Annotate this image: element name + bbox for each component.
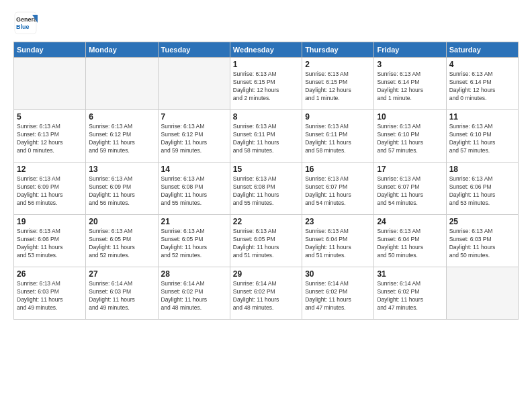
day-number: 2 (305, 60, 371, 69)
day-number: 11 (449, 112, 515, 122)
calendar-cell (446, 267, 518, 320)
calendar-cell: 4Sunrise: 6:13 AM Sunset: 6:14 PM Daylig… (446, 58, 518, 110)
day-info: Sunrise: 6:13 AM Sunset: 6:14 PM Dayligh… (377, 71, 443, 103)
calendar-cell: 30Sunrise: 6:14 AM Sunset: 6:02 PM Dayli… (302, 267, 374, 320)
calendar-cell: 3Sunrise: 6:13 AM Sunset: 6:14 PM Daylig… (374, 58, 446, 110)
calendar-cell: 17Sunrise: 6:13 AM Sunset: 6:07 PM Dayli… (374, 163, 446, 215)
calendar-cell: 18Sunrise: 6:13 AM Sunset: 6:06 PM Dayli… (446, 163, 518, 215)
day-info: Sunrise: 6:13 AM Sunset: 6:15 PM Dayligh… (305, 71, 371, 103)
calendar-cell: 14Sunrise: 6:13 AM Sunset: 6:08 PM Dayli… (158, 163, 230, 215)
weekday-header-wednesday: Wednesday (230, 42, 302, 58)
day-number: 26 (17, 269, 83, 279)
calendar-week-4: 19Sunrise: 6:13 AM Sunset: 6:06 PM Dayli… (14, 215, 519, 267)
day-info: Sunrise: 6:13 AM Sunset: 6:10 PM Dayligh… (449, 123, 515, 155)
day-info: Sunrise: 6:13 AM Sunset: 6:03 PM Dayligh… (17, 280, 83, 312)
calendar-cell (158, 58, 230, 110)
calendar-cell: 7Sunrise: 6:13 AM Sunset: 6:12 PM Daylig… (158, 110, 230, 163)
calendar-cell: 15Sunrise: 6:13 AM Sunset: 6:08 PM Dayli… (230, 163, 302, 215)
day-number: 19 (17, 217, 83, 226)
day-info: Sunrise: 6:13 AM Sunset: 6:09 PM Dayligh… (89, 175, 154, 208)
day-number: 8 (233, 112, 299, 122)
svg-text:Blue: Blue (16, 24, 30, 30)
weekday-header-monday: Monday (86, 42, 158, 58)
calendar-cell: 9Sunrise: 6:13 AM Sunset: 6:11 PM Daylig… (302, 110, 374, 163)
day-number: 6 (89, 112, 154, 122)
day-info: Sunrise: 6:13 AM Sunset: 6:09 PM Dayligh… (17, 175, 83, 208)
calendar-cell (86, 58, 158, 110)
calendar-week-3: 12Sunrise: 6:13 AM Sunset: 6:09 PM Dayli… (14, 163, 519, 215)
calendar-cell: 5Sunrise: 6:13 AM Sunset: 6:13 PM Daylig… (14, 110, 86, 163)
calendar-cell: 13Sunrise: 6:13 AM Sunset: 6:09 PM Dayli… (86, 163, 158, 215)
day-number: 20 (89, 217, 154, 226)
calendar-cell: 22Sunrise: 6:13 AM Sunset: 6:05 PM Dayli… (230, 215, 302, 267)
day-info: Sunrise: 6:13 AM Sunset: 6:06 PM Dayligh… (449, 175, 515, 208)
calendar-cell: 31Sunrise: 6:14 AM Sunset: 6:02 PM Dayli… (374, 267, 446, 320)
day-number: 15 (233, 165, 299, 174)
calendar-cell: 28Sunrise: 6:14 AM Sunset: 6:02 PM Dayli… (158, 267, 230, 320)
day-info: Sunrise: 6:14 AM Sunset: 6:02 PM Dayligh… (233, 280, 299, 312)
calendar-week-1: 1Sunrise: 6:13 AM Sunset: 6:15 PM Daylig… (14, 58, 519, 110)
day-number: 13 (89, 165, 154, 174)
calendar-table: SundayMondayTuesdayWednesdayThursdayFrid… (13, 42, 519, 320)
calendar-cell: 2Sunrise: 6:13 AM Sunset: 6:15 PM Daylig… (302, 58, 374, 110)
calendar-cell: 8Sunrise: 6:13 AM Sunset: 6:11 PM Daylig… (230, 110, 302, 163)
day-info: Sunrise: 6:13 AM Sunset: 6:04 PM Dayligh… (377, 228, 443, 260)
day-number: 12 (17, 165, 83, 174)
day-info: Sunrise: 6:13 AM Sunset: 6:08 PM Dayligh… (233, 175, 299, 208)
day-info: Sunrise: 6:13 AM Sunset: 6:12 PM Dayligh… (89, 123, 154, 155)
calendar-cell: 1Sunrise: 6:13 AM Sunset: 6:15 PM Daylig… (230, 58, 302, 110)
calendar-cell: 19Sunrise: 6:13 AM Sunset: 6:06 PM Dayli… (14, 215, 86, 267)
logo: General Blue (13, 11, 40, 35)
day-number: 30 (305, 269, 371, 279)
calendar-cell: 16Sunrise: 6:13 AM Sunset: 6:07 PM Dayli… (302, 163, 374, 215)
day-number: 27 (89, 269, 154, 279)
day-info: Sunrise: 6:13 AM Sunset: 6:14 PM Dayligh… (449, 71, 515, 103)
day-number: 18 (449, 165, 515, 174)
calendar-cell: 24Sunrise: 6:13 AM Sunset: 6:04 PM Dayli… (374, 215, 446, 267)
day-number: 4 (449, 60, 515, 69)
day-info: Sunrise: 6:13 AM Sunset: 6:08 PM Dayligh… (161, 175, 227, 208)
calendar-cell (14, 58, 86, 110)
day-info: Sunrise: 6:13 AM Sunset: 6:04 PM Dayligh… (305, 228, 371, 260)
weekday-header-saturday: Saturday (446, 42, 518, 58)
day-number: 5 (17, 112, 83, 122)
day-info: Sunrise: 6:14 AM Sunset: 6:03 PM Dayligh… (89, 280, 154, 312)
day-info: Sunrise: 6:13 AM Sunset: 6:07 PM Dayligh… (305, 175, 371, 208)
day-info: Sunrise: 6:14 AM Sunset: 6:02 PM Dayligh… (377, 280, 443, 312)
page-container: General Blue SundayMondayTuesdayWednesda… (0, 0, 532, 411)
day-number: 29 (233, 269, 299, 279)
day-info: Sunrise: 6:14 AM Sunset: 6:02 PM Dayligh… (305, 280, 371, 312)
calendar-cell: 29Sunrise: 6:14 AM Sunset: 6:02 PM Dayli… (230, 267, 302, 320)
day-number: 24 (377, 217, 443, 226)
day-number: 28 (161, 269, 227, 279)
logo-icon: General Blue (13, 11, 38, 35)
day-number: 22 (233, 217, 299, 226)
day-info: Sunrise: 6:14 AM Sunset: 6:02 PM Dayligh… (161, 280, 227, 312)
day-number: 9 (305, 112, 371, 122)
weekday-header-friday: Friday (374, 42, 446, 58)
day-info: Sunrise: 6:13 AM Sunset: 6:03 PM Dayligh… (449, 228, 515, 260)
calendar-cell: 10Sunrise: 6:13 AM Sunset: 6:10 PM Dayli… (374, 110, 446, 163)
calendar-cell: 23Sunrise: 6:13 AM Sunset: 6:04 PM Dayli… (302, 215, 374, 267)
day-info: Sunrise: 6:13 AM Sunset: 6:11 PM Dayligh… (305, 123, 371, 155)
weekday-header-row: SundayMondayTuesdayWednesdayThursdayFrid… (14, 42, 519, 58)
day-number: 31 (377, 269, 443, 279)
day-info: Sunrise: 6:13 AM Sunset: 6:05 PM Dayligh… (233, 228, 299, 260)
day-number: 25 (449, 217, 515, 226)
day-info: Sunrise: 6:13 AM Sunset: 6:11 PM Dayligh… (233, 123, 299, 155)
day-info: Sunrise: 6:13 AM Sunset: 6:06 PM Dayligh… (17, 228, 83, 260)
calendar-week-5: 26Sunrise: 6:13 AM Sunset: 6:03 PM Dayli… (14, 267, 519, 320)
weekday-header-thursday: Thursday (302, 42, 374, 58)
day-number: 21 (161, 217, 227, 226)
day-number: 14 (161, 165, 227, 174)
day-number: 7 (161, 112, 227, 122)
weekday-header-sunday: Sunday (14, 42, 86, 58)
calendar-week-2: 5Sunrise: 6:13 AM Sunset: 6:13 PM Daylig… (14, 110, 519, 163)
day-number: 10 (377, 112, 443, 122)
weekday-header-tuesday: Tuesday (158, 42, 230, 58)
page-header: General Blue (13, 11, 519, 35)
day-info: Sunrise: 6:13 AM Sunset: 6:12 PM Dayligh… (161, 123, 227, 155)
day-number: 17 (377, 165, 443, 174)
calendar-cell: 11Sunrise: 6:13 AM Sunset: 6:10 PM Dayli… (446, 110, 518, 163)
day-info: Sunrise: 6:13 AM Sunset: 6:05 PM Dayligh… (161, 228, 227, 260)
